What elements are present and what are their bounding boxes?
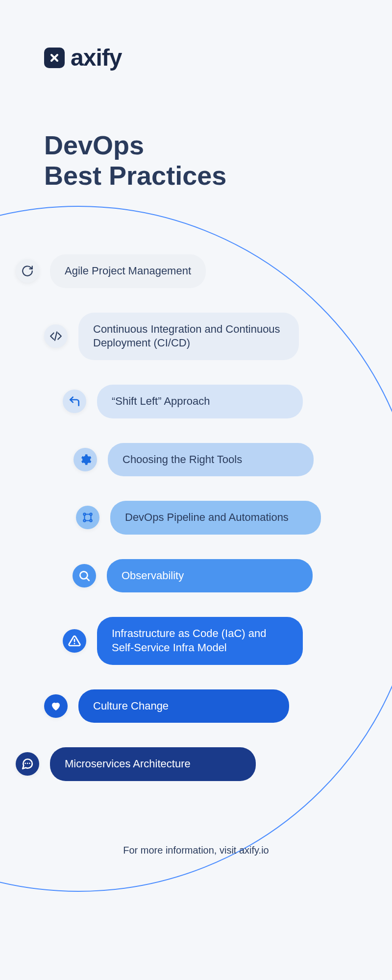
practice-pill: Culture Change	[78, 689, 289, 723]
cycle-icon	[16, 259, 39, 283]
practice-list: Agile Project Management Continuous Inte…	[44, 254, 348, 781]
list-item: Infrastructure as Code (IaC) and Self-Se…	[63, 617, 348, 664]
footer-text: For more information, visit axify.io	[44, 845, 348, 856]
logo: axify	[44, 44, 348, 71]
list-item: Continuous Integration and Continuous De…	[44, 313, 348, 360]
list-item: Culture Change	[44, 689, 348, 723]
practice-pill: DevOps Pipeline and Automations	[110, 501, 321, 535]
logo-text: axify	[71, 44, 122, 71]
practice-pill: Continuous Integration and Continuous De…	[78, 313, 299, 360]
arrow-left-icon	[63, 390, 86, 413]
code-icon	[44, 324, 68, 348]
practice-pill: Microservices Architecture	[50, 747, 256, 781]
heart-icon	[44, 694, 68, 718]
svg-line-6	[86, 578, 89, 580]
list-item: Observability	[73, 559, 348, 593]
list-item: Microservices Architecture	[16, 747, 348, 781]
svg-line-0	[55, 332, 57, 341]
practice-pill: Observability	[107, 559, 313, 593]
search-icon	[73, 564, 96, 588]
logo-mark-icon	[44, 48, 65, 68]
practice-pill: Choosing the Right Tools	[108, 443, 314, 477]
title-line-1: DevOps	[44, 130, 144, 160]
pipeline-icon	[76, 506, 99, 529]
title-line-2: Best Practices	[44, 161, 226, 190]
gear-icon	[74, 448, 97, 471]
practice-pill: Infrastructure as Code (IaC) and Self-Se…	[97, 617, 303, 664]
practice-pill: Agile Project Management	[50, 254, 206, 288]
list-item: Agile Project Management	[16, 254, 348, 288]
practice-pill: “Shift Left” Approach	[97, 385, 303, 418]
list-item: DevOps Pipeline and Automations	[76, 501, 348, 535]
page-title: DevOps Best Practices	[44, 130, 348, 191]
list-item: Choosing the Right Tools	[74, 443, 348, 477]
infographic-container: axify DevOps Best Practices Agile Projec…	[0, 0, 392, 885]
chat-icon	[16, 752, 39, 776]
alert-icon	[63, 629, 86, 653]
list-item: “Shift Left” Approach	[63, 385, 348, 418]
